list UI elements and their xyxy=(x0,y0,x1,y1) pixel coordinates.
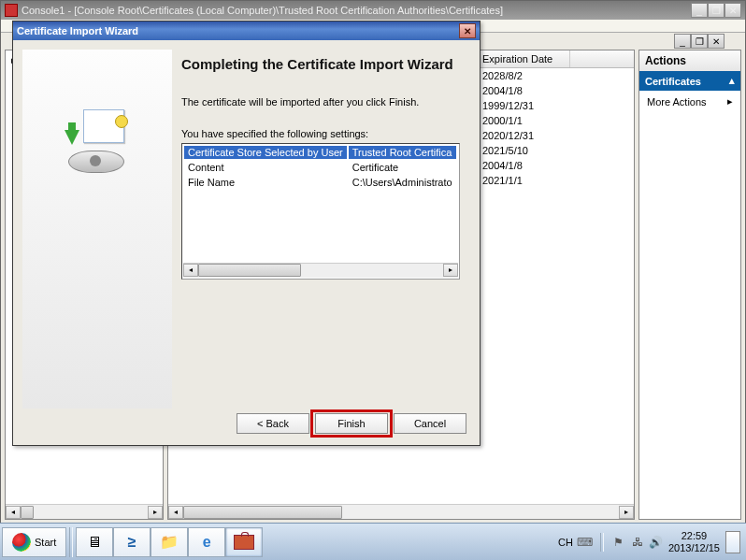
powershell-icon: ≥ xyxy=(128,534,136,551)
maximize-button[interactable]: ❐ xyxy=(708,3,724,18)
tree-h-scrollbar[interactable]: ◂ ▸ xyxy=(6,504,163,519)
ie-icon: e xyxy=(203,534,211,551)
minimize-button[interactable]: _ xyxy=(691,3,708,18)
mmc-app-icon xyxy=(5,4,18,17)
show-desktop-button[interactable] xyxy=(725,531,740,553)
taskbar-divider xyxy=(69,527,73,557)
collapse-up-icon[interactable]: ▴ xyxy=(729,75,735,87)
tray-divider xyxy=(600,533,604,552)
close-button[interactable]: ✕ xyxy=(724,3,741,18)
volume-icon[interactable]: 🔊 xyxy=(650,536,663,549)
actions-more-actions[interactable]: More Actions ▸ xyxy=(639,91,740,112)
clock-time: 22:59 xyxy=(668,530,720,542)
settings-row[interactable]: File Name C:\Users\Administrato xyxy=(184,176,456,189)
finish-button[interactable]: Finish xyxy=(315,413,388,434)
scroll-thumb[interactable] xyxy=(198,264,301,277)
certificate-import-wizard-dialog: Certificate Import Wizard ✕ Completing t… xyxy=(12,21,481,446)
scroll-right-button[interactable]: ▸ xyxy=(443,264,458,277)
clock[interactable]: 22:59 2013/12/15 xyxy=(668,530,720,553)
wizard-heading: Completing the Certificate Import Wizard xyxy=(181,55,470,74)
settings-h-scrollbar[interactable]: ◂ ▸ xyxy=(183,263,458,278)
scroll-left-button[interactable]: ◂ xyxy=(183,264,198,277)
certificate-import-icon xyxy=(61,106,134,179)
actions-header: Actions xyxy=(639,50,740,71)
settings-row[interactable]: Content Certificate xyxy=(184,161,456,174)
clock-date: 2013/12/15 xyxy=(668,542,720,554)
network-icon[interactable]: 🖧 xyxy=(631,536,644,549)
actions-section-certificates[interactable]: Certificates ▴ xyxy=(639,71,740,91)
taskbar-mmc-active[interactable] xyxy=(225,527,263,557)
start-button[interactable]: Start xyxy=(2,527,66,557)
keyboard-icon[interactable]: ⌨ xyxy=(579,536,592,549)
scroll-right-button[interactable]: ▸ xyxy=(148,506,163,519)
wizard-title: Certificate Import Wizard xyxy=(17,25,459,36)
flag-icon[interactable]: ⚑ xyxy=(612,536,625,549)
toolbox-icon xyxy=(234,535,254,550)
child-minimize-button[interactable]: _ xyxy=(674,34,691,49)
chevron-right-icon: ▸ xyxy=(727,95,733,108)
wizard-subtitle: You have specified the following setting… xyxy=(181,128,470,139)
system-tray[interactable]: CH ⌨ ⚑ 🖧 🔊 22:59 2013/12/15 xyxy=(554,527,744,557)
wizard-titlebar[interactable]: Certificate Import Wizard ✕ xyxy=(13,22,480,40)
list-h-scrollbar[interactable]: ◂ ▸ xyxy=(168,504,634,519)
taskbar-explorer[interactable]: 📁 xyxy=(151,527,188,557)
actions-pane: Actions Certificates ▴ More Actions ▸ xyxy=(638,50,741,520)
folder-icon: 📁 xyxy=(160,533,179,551)
settings-row-selected[interactable]: Certificate Store Selected by User Trust… xyxy=(184,146,456,159)
scroll-thumb[interactable] xyxy=(21,506,34,519)
back-button[interactable]: < Back xyxy=(237,413,309,434)
taskbar-server-manager[interactable]: 🖥 xyxy=(76,527,113,557)
scroll-left-button[interactable]: ◂ xyxy=(168,506,183,519)
windows-orb-icon xyxy=(12,533,31,552)
main-window-title: Console1 - [Console Root\Certificates (L… xyxy=(22,5,691,16)
scroll-left-button[interactable]: ◂ xyxy=(6,506,21,519)
scroll-thumb[interactable] xyxy=(183,506,342,519)
start-label: Start xyxy=(35,537,56,548)
main-window-titlebar[interactable]: Console1 - [Console Root\Certificates (L… xyxy=(1,1,745,20)
wizard-description: The certificate will be imported after y… xyxy=(181,96,470,108)
taskbar-ie[interactable]: e xyxy=(188,527,225,557)
wizard-settings-list[interactable]: Certificate Store Selected by User Trust… xyxy=(181,143,460,280)
child-close-button[interactable]: ✕ xyxy=(708,34,724,49)
taskbar: Start 🖥 ≥ 📁 e CH ⌨ ⚑ 🖧 🔊 22:59 2013/12/1… xyxy=(0,523,746,560)
column-expiration[interactable]: Expiration Date xyxy=(477,50,570,67)
child-restore-button[interactable]: ❐ xyxy=(691,34,708,49)
cancel-button[interactable]: Cancel xyxy=(394,413,466,434)
wizard-banner xyxy=(22,50,172,409)
taskbar-powershell[interactable]: ≥ xyxy=(113,527,151,557)
server-icon: 🖥 xyxy=(87,534,102,551)
ime-indicator[interactable]: CH xyxy=(558,537,573,548)
scroll-right-button[interactable]: ▸ xyxy=(619,506,634,519)
wizard-close-button[interactable]: ✕ xyxy=(459,23,476,38)
